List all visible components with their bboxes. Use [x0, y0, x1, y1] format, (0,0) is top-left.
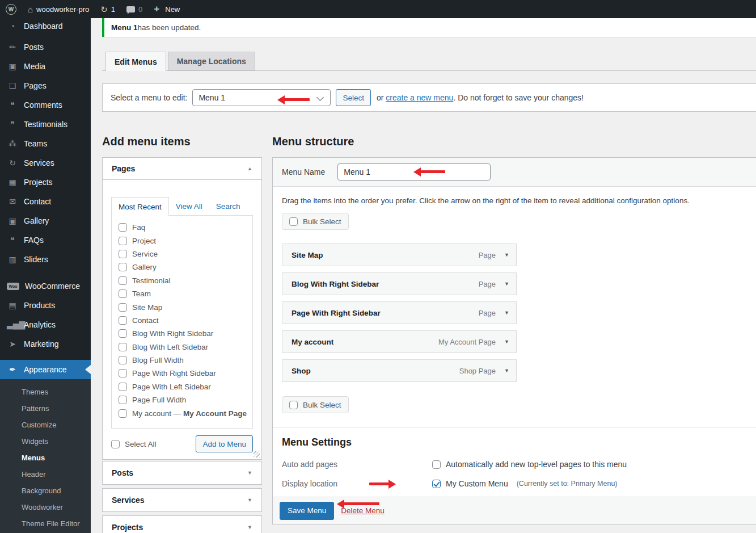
page-checkbox-item[interactable]: Team	[119, 287, 252, 300]
page-checkbox-item[interactable]: Gallery	[119, 261, 252, 274]
checkbox[interactable]	[119, 316, 127, 325]
submenu-item[interactable]: Menus	[0, 450, 91, 466]
menu-item-bar[interactable]: Page With Right Sidebar Page ▼	[282, 301, 517, 324]
checkbox[interactable]	[289, 217, 298, 226]
select-button[interactable]: Select	[336, 89, 371, 106]
display-location-option[interactable]: My Custom Menu (Currently set to: Primar…	[432, 479, 618, 488]
submenu-item[interactable]: Header	[0, 466, 91, 482]
comments-link[interactable]: 0	[126, 5, 142, 14]
select-all-control[interactable]: Select All	[111, 440, 157, 448]
sidebar-item[interactable]: ▣ Media	[0, 57, 91, 76]
pages-panel-header[interactable]: Pages ▲	[103, 158, 261, 180]
submenu-item[interactable]: Widgets	[0, 433, 91, 450]
sidebar-item-appearance[interactable]: ✒ Appearance	[0, 360, 91, 379]
chevron-down-icon[interactable]: ▼	[504, 368, 509, 373]
sidebar-item[interactable]: ▤ Products	[0, 296, 91, 315]
submenu-item[interactable]: Themes	[0, 384, 91, 400]
sidebar-item[interactable]: ✉ Contact	[0, 192, 91, 211]
bulk-select-toggle[interactable]: Bulk Select	[282, 213, 349, 230]
submenu-item[interactable]: Customize	[0, 417, 91, 433]
sidebar-item-dashboard[interactable]: ◔ Dashboard	[0, 18, 91, 34]
chevron-down-icon[interactable]: ▼	[504, 310, 509, 316]
site-name-link[interactable]: ⌂ woodworker-pro	[28, 5, 89, 14]
menu-item-bar[interactable]: Site Map Page ▼	[282, 244, 517, 266]
checkbox[interactable]	[119, 396, 127, 404]
page-checkbox-item[interactable]: Service	[119, 247, 252, 261]
submenu-item[interactable]: Theme File Editor	[0, 515, 91, 532]
save-menu-button[interactable]: Save Menu	[280, 502, 334, 520]
sidebar-item[interactable]: ❏ Pages	[0, 76, 91, 95]
sidebar-item[interactable]: ↻ Services	[0, 153, 91, 173]
add-to-menu-button[interactable]: Add to Menu	[196, 435, 253, 452]
create-new-menu-link[interactable]: create a new menu	[386, 93, 453, 102]
sidebar-item[interactable]: ➤ Marketing	[0, 334, 91, 354]
submenu-item[interactable]: Woodworker	[0, 499, 91, 515]
checkbox[interactable]	[119, 263, 127, 271]
sidebar-item[interactable]: ❝ FAQs	[0, 230, 91, 250]
delete-menu-link[interactable]: Delete Menu	[341, 506, 385, 515]
checkbox[interactable]	[111, 440, 120, 448]
auto-add-option[interactable]: Automatically add new top-level pages to…	[432, 460, 627, 469]
menu-name-row: Menu Name	[273, 158, 756, 187]
checkbox[interactable]	[119, 303, 127, 312]
page-checkbox-item[interactable]: Page Full Width	[119, 393, 252, 406]
chevron-down-icon[interactable]: ▼	[504, 282, 509, 287]
page-checkbox-item[interactable]: Page With Left Sidebar	[119, 380, 252, 393]
accordion-section[interactable]: Services ▼	[102, 488, 262, 512]
checkbox[interactable]	[432, 460, 441, 469]
page-checkbox-item[interactable]: Page With Right Sidebar	[119, 367, 252, 380]
page-checkbox-item[interactable]: Blog With Right Sidebar	[119, 327, 252, 340]
sidebar-item[interactable]: ▣ Gallery	[0, 211, 91, 230]
page-checkbox-item[interactable]: Site Map	[119, 300, 252, 313]
submenu-item[interactable]: Background	[0, 482, 91, 499]
new-content-link[interactable]: + New	[154, 3, 180, 15]
page-checkbox-item[interactable]: Blog Full Width	[119, 354, 252, 367]
sidebar-item[interactable]: ▦ Projects	[0, 173, 91, 192]
checkbox[interactable]	[289, 401, 298, 409]
sidebar-item[interactable]: ▥ Sliders	[0, 250, 91, 269]
page-checkbox-item[interactable]: Testimonial	[119, 274, 252, 287]
page-checkbox-item[interactable]: My account — My Account Page	[119, 406, 252, 419]
updates-link[interactable]: ↻ 1	[100, 5, 115, 14]
page-checkbox-item[interactable]: Contact	[119, 314, 252, 327]
menu-select-dropdown[interactable]: Menu 1	[192, 89, 331, 106]
page-checkbox-item[interactable]: Faq	[119, 221, 252, 234]
checkbox[interactable]	[119, 409, 127, 418]
checkbox[interactable]	[119, 223, 127, 232]
sidebar-item[interactable]: ⁂ Teams	[0, 134, 91, 153]
accordion-section[interactable]: Posts ▼	[102, 461, 262, 485]
checkbox[interactable]	[119, 343, 127, 351]
menu-item-bar[interactable]: Shop Shop Page ▼	[282, 359, 517, 382]
checkbox[interactable]	[119, 276, 127, 285]
checkbox-checked[interactable]	[432, 480, 441, 488]
checkbox[interactable]	[119, 369, 127, 377]
menu-name-input[interactable]	[337, 163, 491, 181]
resize-handle[interactable]	[254, 451, 260, 458]
tab-edit-menus[interactable]: Edit Menus	[105, 52, 166, 71]
sidebar-item[interactable]: ❝ Comments	[0, 95, 91, 115]
checkbox[interactable]	[119, 356, 127, 364]
page-checkbox-item[interactable]: Blog With Left Sidebar	[119, 341, 252, 354]
tab-view-all[interactable]: View All	[169, 202, 209, 211]
submenu-item[interactable]: Patterns	[0, 400, 91, 417]
wordpress-menu[interactable]: W	[6, 4, 16, 15]
checkbox[interactable]	[119, 250, 127, 258]
checkbox[interactable]	[119, 329, 127, 338]
sidebar-item[interactable]: ❞ Testimonials	[0, 115, 91, 134]
page-checkbox-item[interactable]: Project	[119, 234, 252, 247]
chevron-down-icon[interactable]: ▼	[504, 253, 509, 258]
menu-item-bar[interactable]: My account My Account Page ▼	[282, 330, 517, 353]
chevron-down-icon[interactable]: ▼	[504, 339, 509, 345]
sidebar-item[interactable]: ▃▅▇ Analytics	[0, 315, 91, 334]
sidebar-item[interactable]: Woo WooCommerce	[0, 276, 91, 296]
checkbox[interactable]	[119, 289, 127, 298]
tab-manage-locations[interactable]: Manage Locations	[168, 52, 255, 70]
checkbox[interactable]	[119, 383, 127, 391]
sidebar-item[interactable]: ✏ Posts	[0, 37, 91, 57]
checkbox[interactable]	[119, 237, 127, 245]
menu-item-bar[interactable]: Blog With Right Sidebar Page ▼	[282, 272, 517, 295]
bulk-select-toggle[interactable]: Bulk Select	[282, 396, 349, 413]
tab-most-recent[interactable]: Most Recent	[111, 197, 169, 216]
accordion-section[interactable]: Projects ▼	[102, 515, 262, 533]
tab-search[interactable]: Search	[209, 202, 247, 211]
